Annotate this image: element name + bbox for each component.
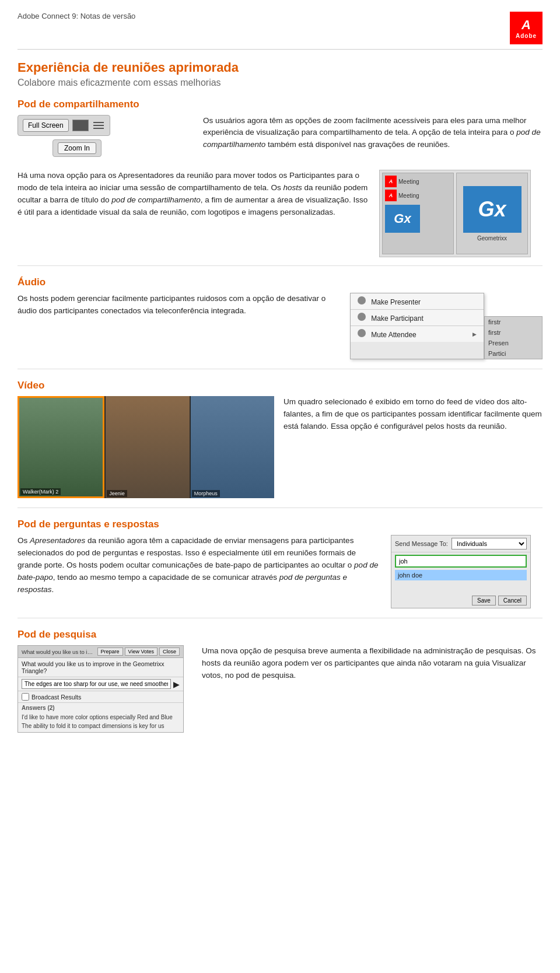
- qa-left-panel: Os Apresentadores da reunião agora têm a…: [18, 535, 382, 602]
- meeting-label2: Meeting: [398, 192, 419, 199]
- pesquisa-input-row: ▶: [18, 677, 183, 691]
- pesquisa-header-buttons: Prepare View Votes Close: [97, 648, 180, 656]
- menu-item-mute-attendee[interactable]: Mute Attendee: [351, 326, 484, 342]
- sharing-toolbar: Full Screen: [18, 115, 110, 136]
- adobe-icon-small: A: [385, 176, 397, 187]
- person-icon-1: [358, 296, 366, 304]
- adobe-label: Adobe: [516, 33, 537, 39]
- adobe-a-icon: A: [522, 18, 531, 33]
- pesquisa-answer-input[interactable]: [22, 679, 171, 689]
- pesquisa-broadcast-label: Broadcast Results: [32, 694, 81, 701]
- main-subtitle: Colabore mais eficazmente com essas melh…: [18, 78, 542, 88]
- video-body: Um quadro selecionado é exibido em torno…: [284, 396, 542, 433]
- audio-body: Os hosts podem gerenciar facilmente part…: [18, 293, 338, 317]
- video-section: Walker(Mark) 2 Jeenie Morpheus Um quadro…: [18, 396, 542, 498]
- page-header: Adobe Connect 9: Notas de versão A Adobe: [18, 12, 542, 50]
- qa-body: Os Apresentadores da reunião agora têm a…: [18, 535, 382, 596]
- qa-search-input[interactable]: [395, 555, 527, 568]
- menu-item-make-presenter: Make Presenter: [351, 293, 484, 310]
- qa-italic-1: Apresentadores: [30, 536, 85, 545]
- person-item-4: Partici: [485, 348, 542, 359]
- audio-mock-container: Make Presenter Make Participant Mute Att…: [350, 293, 542, 359]
- audio-right-panel: Make Presenter Make Participant Mute Att…: [350, 293, 542, 359]
- divider-2: [18, 369, 542, 369]
- video-face-1: [19, 398, 103, 496]
- person-item-1: firstr: [485, 317, 542, 327]
- pesquisa-answer-1: I'd like to have more color options espe…: [22, 713, 180, 722]
- pesquisa-heading: Pod de pesquisa: [18, 629, 542, 640]
- divider-1: [18, 265, 542, 266]
- qa-cancel-button[interactable]: Cancel: [498, 596, 527, 606]
- adobe-logo: A Adobe: [510, 12, 542, 44]
- pesquisa-broadcast-row: Broadcast Results: [18, 691, 183, 703]
- pesquisa-right-panel: Uma nova opção de pesquisa breve aumenta…: [202, 645, 542, 688]
- video-face-2: [106, 396, 189, 498]
- audio-section: Os hosts podem gerenciar facilmente part…: [18, 293, 542, 359]
- qa-send-label: Send Message To:: [395, 540, 448, 547]
- menu-item-label-2: Make Participant: [371, 314, 423, 323]
- person-item-3: Presen: [485, 338, 542, 348]
- video-left-panel: Walker(Mark) 2 Jeenie Morpheus: [18, 396, 274, 498]
- qa-spacer: [391, 582, 530, 593]
- pesquisa-close-btn[interactable]: Close: [159, 648, 180, 656]
- pesquisa-submit-icon[interactable]: ▶: [173, 680, 180, 689]
- video-right-panel: Um quadro selecionado é exibido em torno…: [284, 396, 542, 439]
- pesquisa-view-votes-btn[interactable]: View Votes: [125, 648, 158, 656]
- audio-left-panel: Os hosts podem gerenciar facilmente part…: [18, 293, 338, 323]
- submenu-people-list: firstr firstr Presen Partici: [484, 316, 542, 359]
- gx-logo-small: Gx: [385, 205, 420, 233]
- meeting-label: Meeting: [398, 178, 419, 185]
- qa-pod-heading: Pod de perguntas e respostas: [18, 519, 542, 530]
- audio-heading: Áudio: [18, 276, 542, 288]
- divider-4: [18, 618, 542, 618]
- pesquisa-mock: What would you like us to improve in the…: [18, 645, 184, 733]
- video-heading: Vídeo: [18, 380, 542, 391]
- qa-italic-3: pod de perguntas e respostas: [18, 573, 347, 594]
- pesquisa-section: What would you like us to improve in the…: [18, 645, 542, 733]
- zoom-in-button[interactable]: Zoom In: [58, 142, 96, 154]
- video-frame-1: Walker(Mark) 2: [18, 396, 104, 498]
- sharing-body-section: Há uma nova opção para os Apresentadores…: [18, 170, 542, 257]
- sharing-section: Full Screen Zoom In Os usuários agora tê…: [18, 115, 542, 162]
- pesquisa-question2: What would you like us to improve in the…: [18, 658, 183, 677]
- qa-mock: Send Message To: Individuals john doe Sa…: [391, 535, 531, 608]
- pesquisa-answer-2: The ability to fold it to compact dimens…: [22, 722, 180, 730]
- video-name-2: Jeenie: [107, 490, 127, 497]
- qa-right-panel: Send Message To: Individuals john doe Sa…: [391, 535, 542, 608]
- pesquisa-question-label: What would you like us to improve in the…: [22, 649, 95, 655]
- person-item-2: firstr: [485, 327, 542, 338]
- page-container: Adobe Connect 9: Notas de versão A Adobe…: [0, 0, 560, 760]
- pesquisa-body: Uma nova opção de pesquisa breve aumenta…: [202, 645, 542, 682]
- gx-logo-large: Gx: [463, 186, 522, 233]
- pesquisa-broadcast-checkbox[interactable]: [22, 693, 29, 701]
- meeting-panel-right: Gx Geometrixx: [456, 173, 528, 254]
- main-title: Experiência de reuniões aprimorada: [18, 60, 542, 75]
- divider-3: [18, 508, 542, 508]
- sharing-body-right: A Meeting A Meeting Gx Gx Geometrixx: [379, 170, 542, 257]
- sharing-left-panel: Full Screen Zoom In: [18, 115, 192, 162]
- sharing-right-panel: Os usuários agora têm as opções de zoom …: [203, 115, 542, 162]
- video-mock: Walker(Mark) 2 Jeenie Morpheus: [18, 396, 274, 498]
- adobe-icon-small2: A: [385, 190, 397, 201]
- video-face-3: [191, 396, 274, 498]
- qa-send-to-row: Send Message To: Individuals: [391, 536, 530, 552]
- qa-section: Os Apresentadores da reunião agora têm a…: [18, 535, 542, 608]
- person-icon-2: [358, 313, 366, 321]
- full-screen-button[interactable]: Full Screen: [23, 119, 69, 132]
- video-frame-2: Jeenie: [106, 396, 189, 498]
- pesquisa-answers-section: Answers (2) I'd like to have more color …: [18, 703, 183, 732]
- qa-result-item[interactable]: john doe: [395, 570, 527, 580]
- zoom-toolbar: Zoom In: [52, 139, 102, 157]
- pesquisa-answers-header: Answers (2): [22, 705, 180, 711]
- video-name-3: Morpheus: [192, 490, 220, 497]
- video-frame-3: Morpheus: [191, 396, 274, 498]
- qa-save-button[interactable]: Save: [472, 596, 496, 606]
- menu-item-label-3: Mute Attendee: [371, 331, 416, 339]
- context-menu: Make Presenter Make Participant Mute Att…: [350, 293, 484, 359]
- pesquisa-header: What would you like us to improve in the…: [18, 646, 183, 658]
- sharing-body-left: Há uma nova opção para os Apresentadores…: [18, 170, 370, 225]
- qa-individuals-select[interactable]: Individuals: [452, 538, 527, 550]
- screen-icon: [72, 120, 89, 131]
- pesquisa-left-panel: What would you like us to improve in the…: [18, 645, 192, 733]
- pesquisa-prepare-btn[interactable]: Prepare: [97, 648, 123, 656]
